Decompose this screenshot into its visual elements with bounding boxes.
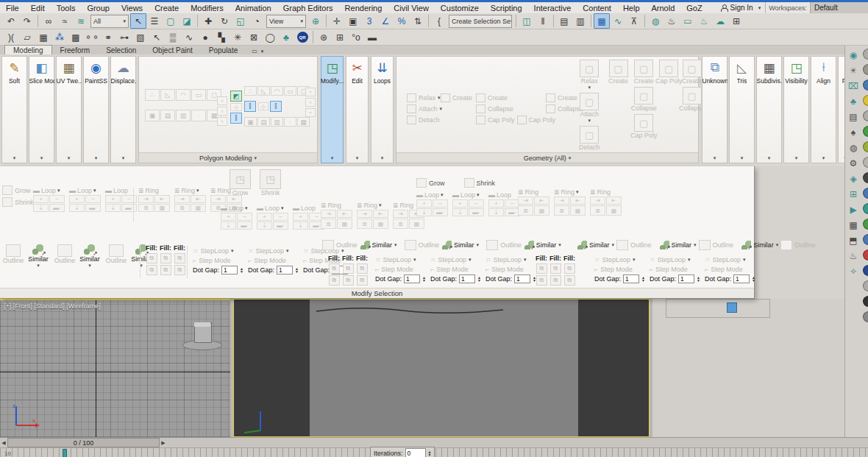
teapot-icon[interactable]: ♨ xyxy=(847,249,860,263)
outline-button[interactable]: Outline xyxy=(322,240,357,250)
loop-mode-button[interactable]: ⇣ xyxy=(105,204,121,212)
schematic-view-icon[interactable]: ⊼ xyxy=(626,13,642,29)
menu-modifiers[interactable]: Modifiers xyxy=(185,2,230,13)
loop-grow-button[interactable]: + xyxy=(293,213,308,221)
flyout-panel-label[interactable]: Modify Selection xyxy=(0,288,754,298)
ring-fill-button[interactable]: ▦ xyxy=(154,204,170,212)
cv-spheres-icon[interactable]: ⚭ xyxy=(100,29,116,45)
chevron-down-icon[interactable]: ▾ xyxy=(741,155,744,161)
loop-dot-button[interactable]: ▬· xyxy=(49,204,65,212)
similar-button[interactable]: Similar▾ xyxy=(524,241,561,249)
ribbon-column-edit-panel[interactable]: ✂Edit▾ xyxy=(346,56,369,163)
dot-gap-spinner[interactable]: ▲▼ xyxy=(697,276,700,282)
clipped-dock-icon[interactable] xyxy=(863,110,868,121)
qr-badge-icon[interactable]: QR xyxy=(294,29,310,45)
redo-icon[interactable]: ↷ xyxy=(19,13,35,29)
chevron-down-icon[interactable]: ▾ xyxy=(381,155,384,161)
ribbon-column-slice-mode-tool[interactable]: ◧Slice Mode▾ xyxy=(29,56,54,163)
ring-fill-button[interactable]: ▦ xyxy=(570,205,586,216)
ring-shrink-button[interactable]: ⇤ xyxy=(534,196,549,205)
cv-slab-icon[interactable]: ▬ xyxy=(364,29,380,45)
step-mode-button[interactable]: ⌐Step Mode xyxy=(430,264,481,274)
ring-lines-button[interactable]: ≣ xyxy=(590,205,605,216)
subobject-b-3-button[interactable]: ▭ xyxy=(284,86,296,96)
loop-grow-button[interactable]: + xyxy=(488,199,504,208)
select-by-name-icon[interactable]: ☰ xyxy=(146,13,163,29)
list-view-icon[interactable]: ▤ xyxy=(847,110,860,124)
tab-modeling[interactable]: Modeling xyxy=(4,45,52,54)
cv-grid-c-icon[interactable]: ▦ xyxy=(35,29,51,45)
step-mode-button[interactable]: ⌐Step Mode xyxy=(248,255,299,265)
shrink-big-button[interactable]: ◳Shrink xyxy=(260,169,281,196)
cv-dumbbell-icon[interactable]: ⊶ xyxy=(116,29,132,45)
chevron-down-icon[interactable]: ▾ xyxy=(13,155,16,161)
geometry-create-button[interactable]: Create xyxy=(476,93,508,102)
outline-button[interactable]: Outline xyxy=(616,240,652,250)
loop-shrink-button[interactable]: − xyxy=(237,213,252,221)
menu-file[interactable]: File xyxy=(0,2,25,13)
ring-grow-button[interactable]: ⇥ xyxy=(518,196,533,205)
loop-group-header[interactable]: ▬Loop▾ xyxy=(257,205,289,212)
subobject-1-button[interactable]: ◺ xyxy=(160,89,175,101)
cv-wave-icon[interactable]: ∿ xyxy=(181,29,197,45)
geometry-big-detach-button[interactable]: ▢Detach xyxy=(579,126,600,151)
clipped-dock-icon[interactable] xyxy=(863,311,868,322)
ribbon-column-unknown-tool[interactable]: ⧉Unknown▾ xyxy=(702,56,728,163)
chevron-down-icon[interactable]: ▾ xyxy=(95,155,98,161)
dot-gap-spinner[interactable]: ▲▼ xyxy=(641,276,645,282)
rendered-frame-window-icon[interactable]: ▭ xyxy=(680,13,696,29)
loop-shrink-button[interactable]: − xyxy=(121,195,137,203)
bell-icon[interactable]: ◍ xyxy=(847,141,860,155)
subobject-c-2-button[interactable]: ▥ xyxy=(271,117,283,127)
curve-editor-icon[interactable]: ∿ xyxy=(610,13,626,29)
render-setup-icon[interactable]: ♨ xyxy=(664,13,680,29)
toggle-ribbon-icon[interactable]: ▦ xyxy=(594,13,610,29)
camera-icon[interactable]: ⌧ xyxy=(847,79,860,93)
select-object-icon[interactable]: ↖ xyxy=(130,13,146,29)
pin-button[interactable]: ⊹ xyxy=(230,103,242,111)
timeline[interactable]: 10 Iterations: 0 ▲▼ xyxy=(0,447,868,457)
loop-shrink-button[interactable]: − xyxy=(85,195,101,203)
material-box-icon[interactable]: ◈ xyxy=(847,172,860,185)
chevron-down-icon[interactable]: ▾ xyxy=(714,155,716,161)
timeline-marker[interactable] xyxy=(63,449,67,457)
ring-shrink-button[interactable]: ⇤ xyxy=(606,196,622,205)
dot-gap-spinner[interactable]: ▲▼ xyxy=(295,267,299,273)
select-and-link-icon[interactable]: ∞ xyxy=(40,13,57,29)
ribbon-column-uv-tweak-tool[interactable]: ▦UV Twe...▾ xyxy=(56,56,82,163)
loop-dot-button[interactable]: ▬· xyxy=(433,208,448,216)
cv-tree-icon[interactable]: ♣ xyxy=(278,29,294,45)
loop-group-header[interactable]: ▬Loop▾ xyxy=(221,205,253,212)
geometry-big-attach-button[interactable]: ▢Attach▾ xyxy=(580,93,599,124)
steploop-button[interactable]: ⁙StepLoop▾ xyxy=(650,255,700,264)
ring-fill-button[interactable]: ▦ xyxy=(191,204,206,212)
steploop-button[interactable]: ⁙StepLoop▾ xyxy=(485,255,536,264)
ring-fill-button[interactable]: ▦ xyxy=(409,219,424,229)
menu-customize[interactable]: Customize xyxy=(435,2,485,13)
workspace-dropdown[interactable]: Default xyxy=(810,2,868,13)
clipped-dock-icon[interactable] xyxy=(863,234,868,245)
fill-top-button[interactable]: ⧉ xyxy=(564,263,575,274)
cv-spheres-add-icon[interactable]: ⚬⚬ xyxy=(84,29,100,45)
shrink-button[interactable]: Shrink xyxy=(2,197,34,207)
mini-tool-2-button[interactable]: ▫ xyxy=(217,117,227,126)
chevron-down-icon[interactable]: ▾ xyxy=(795,155,798,161)
ribbon-column-displace-tool[interactable]: ☁Displace...▾ xyxy=(110,56,136,163)
clipped-dock-icon[interactable] xyxy=(863,280,868,291)
dot-gap-field[interactable]: 1 xyxy=(277,266,293,274)
spinner-snap-icon[interactable]: ⇅ xyxy=(410,13,426,29)
outline-button[interactable]: Outline xyxy=(699,240,734,250)
pan-window-icon[interactable]: ⊞ xyxy=(847,188,860,201)
ribbon-column-tris-tool[interactable]: ◺Tris▾ xyxy=(729,56,755,163)
menu-help[interactable]: Help xyxy=(617,2,646,13)
loop-grow-button[interactable]: + xyxy=(221,213,236,221)
active-blue3-button[interactable]: ⫿ xyxy=(270,101,282,112)
select-and-manipulate-icon[interactable]: ✛ xyxy=(329,13,345,29)
step-mode-button[interactable]: ⌐Step Mode xyxy=(594,264,645,274)
dot-gap-field[interactable]: 1 xyxy=(623,274,639,283)
fill-bottom-button[interactable]: ⧉ xyxy=(174,265,185,275)
snaps-toggle-icon[interactable]: 3 xyxy=(361,13,377,29)
loop-dot-button[interactable]: ▬· xyxy=(237,222,252,230)
material-editor-icon[interactable]: ◍ xyxy=(647,13,664,29)
subobject-c-3-button[interactable]: · xyxy=(284,117,296,127)
